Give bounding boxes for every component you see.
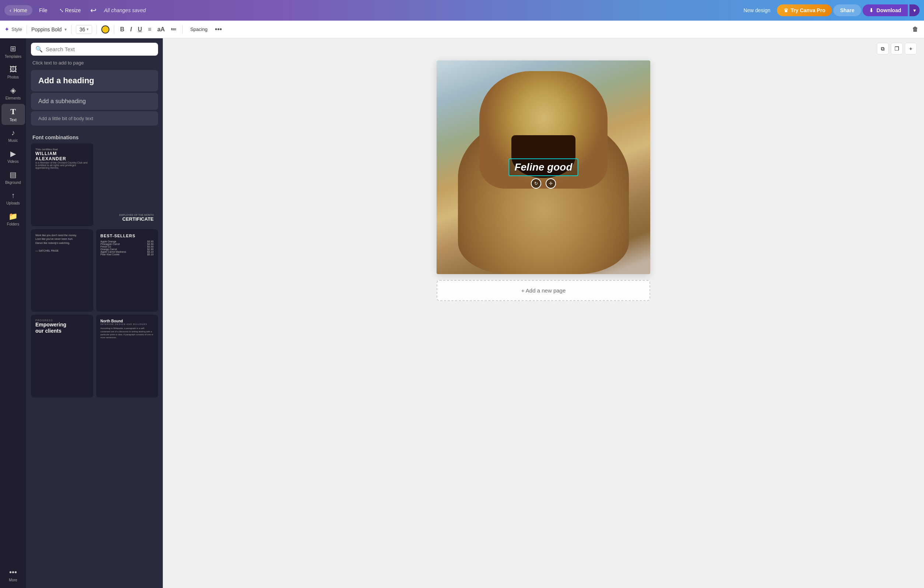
progress-title: Empoweringour clients bbox=[35, 322, 89, 334]
combo-card-motivational[interactable]: Work like you don't need the money.Love … bbox=[31, 229, 93, 312]
folders-icon: 📁 bbox=[8, 212, 18, 221]
add-subheading-button[interactable]: Add a subheading bbox=[31, 93, 158, 110]
combo-card-northbound[interactable]: North Bound INTERIOR DESIGN AND BUILDERS… bbox=[96, 315, 158, 398]
undo-button[interactable]: ↩ bbox=[87, 5, 99, 16]
more-label: More bbox=[9, 578, 17, 582]
text-toolbar: ✦ Style Poppins Bold ▾ 36 ▾ B I U ≡ aA ≔… bbox=[0, 21, 924, 38]
combo-card-empowering[interactable]: PROGRESS Empoweringour clients bbox=[31, 315, 93, 398]
background-icon: ▤ bbox=[10, 170, 16, 179]
add-icon: + bbox=[909, 46, 912, 51]
separator-2 bbox=[71, 25, 71, 34]
templates-icon: ⊞ bbox=[10, 44, 16, 53]
font-size-value: 36 bbox=[79, 26, 85, 32]
home-label: Home bbox=[14, 7, 27, 13]
underline-button[interactable]: U bbox=[136, 25, 144, 34]
resize-button[interactable]: ⤡ Resize bbox=[54, 5, 86, 15]
sidebar-item-more[interactable]: ••• More bbox=[2, 565, 25, 585]
font-size-dropdown-icon: ▾ bbox=[87, 27, 89, 32]
northbound-body: According to Wikipedia, a paragraph is a… bbox=[101, 327, 154, 339]
duplicate-page-button[interactable]: ❐ bbox=[891, 43, 903, 55]
left-sidebar: ⊞ Templates 🖼 Photos ◈ Elements T Text ♪… bbox=[0, 38, 26, 588]
case-button[interactable]: aA bbox=[156, 25, 166, 34]
list-item: Pineapple Carrot$4.90 bbox=[101, 243, 154, 245]
search-input[interactable] bbox=[46, 46, 153, 52]
northbound-subtitle: INTERIOR DESIGN AND BUILDERS bbox=[101, 323, 154, 325]
text-element-controls: ↻ ✛ bbox=[531, 178, 556, 188]
try-pro-button[interactable]: ♛ Try Canva Pro bbox=[777, 5, 832, 16]
copy-page-icon: ⧉ bbox=[881, 46, 884, 52]
folders-label: Folders bbox=[7, 222, 19, 226]
download-dropdown-button[interactable]: ▾ bbox=[909, 5, 919, 16]
move-control[interactable]: ✛ bbox=[546, 178, 556, 188]
text-options: Add a heading Add a subheading Add a lit… bbox=[26, 70, 162, 126]
add-heading-button[interactable]: Add a heading bbox=[31, 70, 158, 91]
photos-icon: 🖼 bbox=[10, 65, 17, 74]
cert-line1: This certifies that bbox=[35, 148, 89, 151]
emp-title: CERTIFICATE bbox=[101, 216, 154, 222]
add-page-toolbar-button[interactable]: + bbox=[905, 43, 917, 55]
sidebar-item-templates[interactable]: ⊞ Templates bbox=[2, 41, 25, 61]
videos-label: Videos bbox=[7, 160, 18, 164]
sidebar-item-uploads[interactable]: ↑ Uploads bbox=[2, 188, 25, 208]
share-button[interactable]: Share bbox=[833, 5, 861, 16]
align-button[interactable]: ≡ bbox=[147, 25, 153, 34]
bold-button[interactable]: B bbox=[119, 25, 126, 34]
videos-icon: ▶ bbox=[10, 149, 16, 158]
sidebar-item-elements[interactable]: ◈ Elements bbox=[2, 83, 25, 103]
top-nav: ‹ Home File ⤡ Resize ↩ All changes saved… bbox=[0, 0, 924, 21]
combo-card-certificate[interactable]: This certifies that WILLIAM ALEXANDER is… bbox=[31, 143, 93, 226]
more-icon: ••• bbox=[9, 568, 17, 576]
spacing-button[interactable]: Spacing bbox=[187, 25, 210, 33]
templates-label: Templates bbox=[5, 55, 22, 59]
add-new-page-button[interactable]: + Add a new page bbox=[437, 280, 650, 301]
sidebar-item-photos[interactable]: 🖼 Photos bbox=[2, 62, 25, 82]
style-icon: ✦ bbox=[5, 26, 9, 33]
list-item: Orange Carrot$2.90 bbox=[101, 248, 154, 251]
copy-page-button[interactable]: ⧉ bbox=[877, 43, 889, 55]
list-button[interactable]: ≔ bbox=[169, 24, 178, 34]
separator-4 bbox=[114, 25, 114, 34]
sidebar-item-music[interactable]: ♪ Music bbox=[2, 126, 25, 145]
search-bar: 🔍 bbox=[31, 43, 158, 56]
list-item: Pear Kiwi Cooler$5.10 bbox=[101, 253, 154, 256]
font-dropdown-icon: ▾ bbox=[64, 27, 67, 32]
canvas-text-element[interactable]: Feline good bbox=[508, 159, 578, 176]
new-design-button[interactable]: New design bbox=[738, 5, 776, 15]
combo-card-employee[interactable]: EMPLOYEE OF THE MONTH CERTIFICATE bbox=[96, 143, 158, 226]
search-icon: 🔍 bbox=[35, 46, 43, 53]
sidebar-item-background[interactable]: ▤ Bkground bbox=[2, 167, 25, 188]
download-button[interactable]: ⬇ Download bbox=[863, 5, 908, 16]
font-name-display: Poppins Bold bbox=[31, 26, 62, 32]
file-button[interactable]: File bbox=[34, 5, 53, 15]
canvas: Feline good ↻ ✛ bbox=[437, 60, 650, 274]
text-color-button[interactable] bbox=[101, 25, 109, 33]
motivational-text: Work like you don't need the money.Love … bbox=[35, 234, 89, 253]
home-button[interactable]: ‹ Home bbox=[5, 5, 32, 15]
combo-card-bestsellers[interactable]: BEST-SELLERS Apple Orange$3.90 Pineapple… bbox=[96, 229, 158, 312]
rotate-control[interactable]: ↻ bbox=[531, 178, 541, 188]
sidebar-item-folders[interactable]: 📁 Folders bbox=[2, 209, 25, 229]
crown-icon: ♛ bbox=[784, 7, 789, 13]
bestsellers-title: BEST-SELLERS bbox=[101, 234, 154, 238]
duplicate-icon: ❐ bbox=[894, 46, 899, 51]
list-item: Fresh OJ$3.90 bbox=[101, 245, 154, 248]
click-to-add-hint: Click text to add to page bbox=[26, 60, 162, 70]
add-body-text-button[interactable]: Add a little bit of body text bbox=[31, 111, 158, 126]
delete-button[interactable]: 🗑 bbox=[911, 25, 919, 34]
emp-label: EMPLOYEE OF THE MONTH bbox=[101, 214, 154, 216]
more-options-button[interactable]: ••• bbox=[213, 24, 223, 35]
canvas-area: ⧉ ❐ + Feline good ↻ ✛ bbox=[163, 38, 924, 588]
photos-label: Photos bbox=[7, 75, 19, 79]
progress-label: PROGRESS bbox=[35, 319, 89, 322]
download-icon: ⬇ bbox=[869, 7, 873, 13]
main-area: ⊞ Templates 🖼 Photos ◈ Elements T Text ♪… bbox=[0, 38, 924, 588]
chevron-down-icon: ▾ bbox=[913, 7, 916, 13]
sidebar-item-text[interactable]: T Text bbox=[2, 104, 25, 125]
italic-button[interactable]: I bbox=[129, 25, 134, 34]
separator-3 bbox=[97, 25, 97, 34]
resize-icon: ⤡ bbox=[59, 7, 65, 13]
background-label: Bkground bbox=[5, 180, 21, 185]
sidebar-item-videos[interactable]: ▶ Videos bbox=[2, 146, 25, 167]
font-size-control[interactable]: 36 ▾ bbox=[76, 25, 92, 34]
list-item: Apple Orange$3.90 bbox=[101, 240, 154, 243]
